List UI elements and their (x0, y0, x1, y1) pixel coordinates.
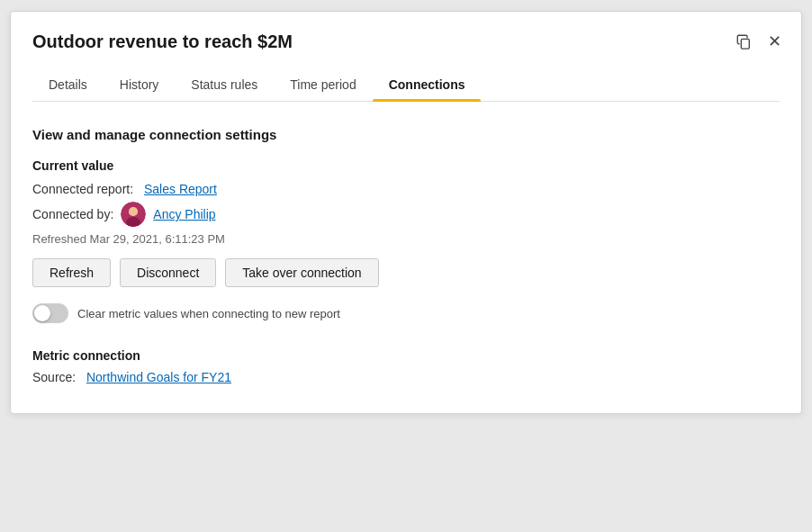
current-value-label: Current value (32, 158, 780, 173)
take-over-button[interactable]: Take over connection (225, 258, 378, 287)
connected-by-prefix: Connected by: (32, 207, 113, 221)
tabs-bar: Details History Status rules Time period… (32, 68, 780, 102)
avatar (121, 202, 146, 227)
avatar-image (121, 202, 146, 227)
toggle-label: Clear metric values when connecting to n… (77, 307, 340, 320)
section-heading: View and manage connection settings (32, 127, 780, 142)
refresh-button[interactable]: Refresh (32, 258, 111, 287)
copy-icon-button[interactable] (732, 30, 755, 53)
header-icons: ✕ (732, 28, 785, 55)
tab-history[interactable]: History (104, 68, 176, 101)
tab-time-period[interactable]: Time period (274, 68, 372, 101)
metric-connection-label: Metric connection (32, 348, 780, 363)
copy-icon (735, 33, 752, 50)
connected-by-name[interactable]: Ancy Philip (153, 207, 215, 221)
panel-title: Outdoor revenue to reach $2M (32, 32, 780, 52)
connected-report-row: Connected report: Sales Report (32, 182, 780, 196)
toggle-row: Clear metric values when connecting to n… (32, 303, 780, 323)
svg-rect-0 (741, 39, 749, 49)
source-prefix: Source: (32, 370, 76, 384)
source-link[interactable]: Northwind Goals for FY21 (86, 370, 231, 384)
refreshed-text: Refreshed Mar 29, 2021, 6:11:23 PM (32, 232, 780, 246)
metric-connection-section: Metric connection Source: Northwind Goal… (32, 348, 780, 384)
connected-by-row: Connected by: Ancy Philip (32, 202, 780, 227)
panel-body: View and manage connection settings Curr… (11, 102, 801, 413)
source-row: Source: Northwind Goals for FY21 (32, 370, 780, 384)
main-panel: Outdoor revenue to reach $2M ✕ Details H… (10, 11, 802, 414)
tab-details[interactable]: Details (32, 68, 104, 101)
action-buttons-row: Refresh Disconnect Take over connection (32, 258, 780, 287)
tab-connections[interactable]: Connections (373, 68, 482, 101)
panel-header: Outdoor revenue to reach $2M ✕ Details H… (11, 12, 801, 102)
connected-report-link[interactable]: Sales Report (144, 182, 217, 196)
clear-metric-toggle[interactable] (32, 303, 68, 323)
toggle-knob (34, 305, 50, 321)
disconnect-button[interactable]: Disconnect (120, 258, 216, 287)
current-value-section: Current value Connected report: Sales Re… (32, 158, 780, 323)
close-button[interactable]: ✕ (764, 28, 785, 55)
tab-status-rules[interactable]: Status rules (175, 68, 274, 101)
connected-report-prefix: Connected report: (32, 182, 133, 196)
close-icon: ✕ (768, 32, 781, 51)
